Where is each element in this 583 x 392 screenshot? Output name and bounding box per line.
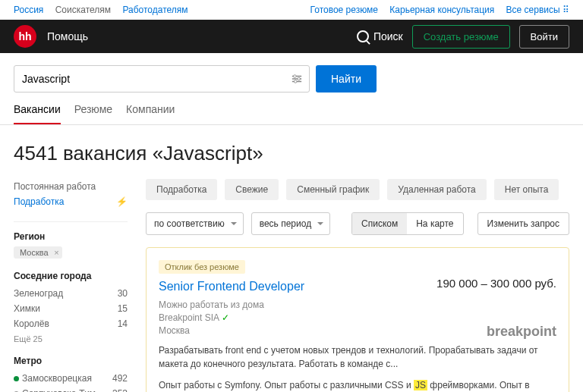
metro-item[interactable]: Замоскворецкая492 <box>14 371 128 386</box>
svg-point-1 <box>298 77 301 80</box>
close-icon[interactable]: × <box>54 248 58 257</box>
control-row: по соответствию весь период Списком На к… <box>146 212 569 235</box>
content: Постоянная работа Подработка ⚡ Регион Мо… <box>0 179 583 392</box>
filter-icon[interactable] <box>292 74 302 84</box>
job-remote: Можно работать из дома <box>159 299 556 310</box>
job-salary: 190 000 – 300 000 руб. <box>436 277 556 290</box>
metro-dot-icon <box>14 376 19 381</box>
neighbor-header: Соседние города <box>14 271 128 281</box>
edit-query-button[interactable]: Изменить запрос <box>477 212 569 235</box>
period-select[interactable]: весь период <box>251 212 330 235</box>
sidebar: Постоянная работа Подработка ⚡ Регион Мо… <box>14 179 128 392</box>
chip[interactable]: Удаленная работа <box>387 179 486 200</box>
job-card: Отклик без резюме Senior Frontend Develo… <box>146 247 569 392</box>
side-region: Регион Москва× <box>14 231 128 259</box>
top-bar-right: Готовое резюме Карьерная консультация Вс… <box>301 5 569 15</box>
no-resume-badge: Отклик без резюме <box>159 260 245 274</box>
nav-employers[interactable]: Работодателям <box>122 5 188 15</box>
region-link[interactable]: Россия <box>14 5 43 15</box>
page-title: 4541 вакансия «Javascript» <box>0 125 583 179</box>
all-services-link[interactable]: Все сервисы ⠿ <box>506 5 569 15</box>
side-metro: Метро Замоскворецкая492 Серпуховско-Тим.… <box>14 356 128 392</box>
search-toggle[interactable]: Поиск <box>357 30 403 42</box>
career-link[interactable]: Карьерная консультация <box>389 5 494 15</box>
chip[interactable]: Свежие <box>225 179 279 200</box>
create-resume-button[interactable]: Создать резюме <box>412 25 510 49</box>
job-desc: Опыт работы с Symfony. Опыт работы с раз… <box>159 378 556 392</box>
search-icon <box>357 30 369 42</box>
chip-row: Подработка Свежие Сменный график Удаленн… <box>146 179 569 200</box>
view-toggle: Списком На карте <box>351 212 464 235</box>
tab-resumes[interactable]: Резюме <box>74 103 112 124</box>
neighbor-item[interactable]: Зеленоград30 <box>14 286 128 301</box>
verified-icon: ✓ <box>222 312 229 323</box>
chip[interactable]: Нет опыта <box>494 179 559 200</box>
top-bar: Россия Соискателям Работодателям Готовое… <box>0 0 583 20</box>
side-work-type: Постоянная работа Подработка ⚡ <box>14 179 128 209</box>
perm-work[interactable]: Постоянная работа <box>14 179 128 194</box>
header: hh Помощь Поиск Создать резюме Войти <box>0 20 583 53</box>
region-badge[interactable]: Москва× <box>14 246 62 259</box>
find-button[interactable]: Найти <box>316 65 377 93</box>
tab-vacancies[interactable]: Вакансии <box>14 103 61 124</box>
hh-logo[interactable]: hh <box>14 25 36 48</box>
svg-point-0 <box>294 75 297 78</box>
view-map[interactable]: На карте <box>407 213 462 234</box>
search-input[interactable] <box>14 65 310 93</box>
search-input-wrap <box>14 65 310 93</box>
region-header: Регион <box>14 231 128 242</box>
svg-point-2 <box>295 80 298 83</box>
search-row: Найти <box>0 53 583 93</box>
ready-resume-link[interactable]: Готовое резюме <box>310 5 378 15</box>
metro-header: Метро <box>14 356 128 366</box>
search-label: Поиск <box>373 30 403 42</box>
top-bar-left: Россия Соискателям Работодателям <box>14 5 197 15</box>
view-list[interactable]: Списком <box>352 213 407 234</box>
part-work[interactable]: Подработка ⚡ <box>14 194 128 209</box>
job-desc: Разрабатывать front end с учетом новых т… <box>159 343 556 371</box>
nav-seekers[interactable]: Соискателям <box>55 5 111 15</box>
neighbor-item[interactable]: Химки15 <box>14 301 128 316</box>
neighbor-item[interactable]: Королёв14 <box>14 316 128 331</box>
login-button[interactable]: Войти <box>519 25 569 49</box>
bolt-icon: ⚡ <box>116 196 128 207</box>
company-logo[interactable]: breakpoint <box>487 324 556 340</box>
chip[interactable]: Сменный график <box>286 179 380 200</box>
header-right: Поиск Создать резюме Войти <box>357 25 569 49</box>
tabs: Вакансии Резюме Компании <box>0 93 583 125</box>
help-link[interactable]: Помощь <box>47 30 88 42</box>
main: Подработка Свежие Сменный график Удаленн… <box>146 179 569 392</box>
highlight: JS <box>414 380 427 390</box>
chip[interactable]: Подработка <box>146 179 217 200</box>
job-company[interactable]: Breakpoint SIA ✓ <box>159 312 556 323</box>
neighbor-more[interactable]: Ещё 25 <box>14 334 128 343</box>
tab-companies[interactable]: Компании <box>126 103 175 124</box>
sort-select[interactable]: по соответствию <box>146 212 244 235</box>
side-neighbor: Соседние города Зеленоград30 Химки15 Кор… <box>14 271 128 343</box>
metro-item[interactable]: Серпуховско-Тим...353 <box>14 386 128 392</box>
